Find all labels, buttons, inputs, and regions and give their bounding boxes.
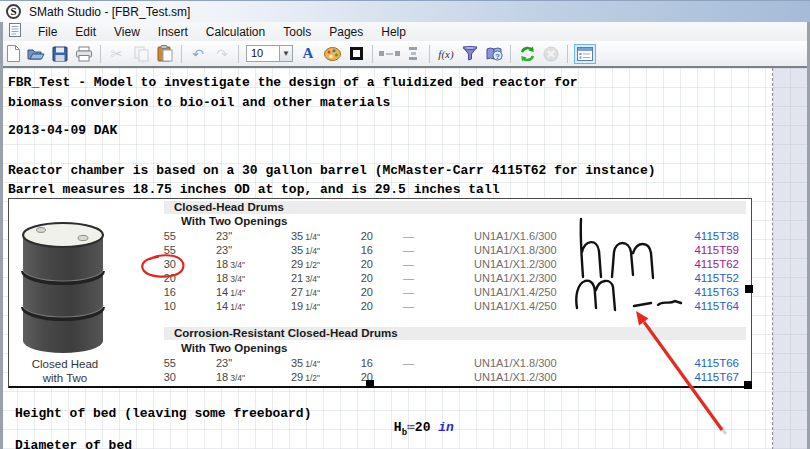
menu-edit[interactable]: Edit xyxy=(66,24,105,40)
copy-icon xyxy=(130,44,152,64)
align-horizontal-icon[interactable] xyxy=(378,44,400,64)
interrupt-icon xyxy=(540,44,562,64)
height-cell: 351/4" xyxy=(291,229,347,244)
gallons-cell: 55 xyxy=(164,356,176,371)
save-icon[interactable] xyxy=(49,44,71,64)
dash-cell: — xyxy=(373,243,429,258)
height-cell: 291/2" xyxy=(291,257,347,272)
math-label-height[interactable]: Height of bed (leaving some freeboard) xyxy=(15,406,311,421)
gauge-cell: 16 xyxy=(361,243,373,258)
part-number-link[interactable]: 4115T62 xyxy=(694,258,739,270)
menu-file[interactable]: File xyxy=(29,24,66,40)
math-region-diameter[interactable]: D≔18.75 in xyxy=(187,437,312,449)
font-size-select[interactable]: 10 ▼ xyxy=(246,45,293,62)
table-row: 10 141/4" 191/4" 20 — UN1A1/X1.4/250 411… xyxy=(139,299,739,313)
height-cell: 213/4" xyxy=(291,271,347,286)
chevron-down-icon[interactable]: ▼ xyxy=(280,45,293,62)
document-menu-icon[interactable] xyxy=(9,23,21,41)
worksheet[interactable]: FBR_Test - Model to investigate the desi… xyxy=(0,68,810,449)
gallons-cell: 20 xyxy=(164,271,176,286)
math-var: H xyxy=(394,420,402,435)
font-color-icon[interactable]: A xyxy=(297,44,319,64)
page-break-line xyxy=(772,68,773,449)
text-region-reactor[interactable]: Reactor chamber is based on a 30 gallon … xyxy=(8,163,656,178)
dash-cell xyxy=(373,370,429,385)
offpage-region xyxy=(773,68,807,449)
border-icon[interactable] xyxy=(345,44,367,64)
menu-calculation[interactable]: Calculation xyxy=(197,24,274,40)
font-size-value[interactable]: 10 xyxy=(246,45,280,62)
gauge-cell: 16 xyxy=(361,356,373,371)
id-cell: 183/4" xyxy=(176,257,291,272)
undo-icon[interactable]: ↶ xyxy=(187,44,209,64)
un-rating-cell: UN1A1/X1.2/300 xyxy=(429,370,619,385)
toolbar-separator xyxy=(429,45,430,63)
open-icon[interactable] xyxy=(25,44,47,64)
window-title: SMath Studio - [FBR_Test.sm] xyxy=(29,5,190,19)
un-rating-cell: UN1A1/X1.4/250 xyxy=(429,299,619,314)
dash-cell: — xyxy=(373,229,429,244)
align-vertical-icon[interactable] xyxy=(402,44,424,64)
part-number-link[interactable]: 4115T67 xyxy=(694,371,739,383)
titlebar[interactable]: S SMath Studio - [FBR_Test.sm] xyxy=(0,1,810,22)
section-header: Closed-Head Drums xyxy=(174,201,284,214)
menu-help[interactable]: Help xyxy=(372,24,415,40)
resize-handle-bottom-right[interactable] xyxy=(744,381,752,389)
text-region-title-2[interactable]: biomass conversion to bio-oil and other … xyxy=(8,95,390,110)
table-row: 30 183/4" 291/2" 20 UN1A1/X1.2/300 4115T… xyxy=(139,370,739,384)
un-rating-cell: UN1A1/X1.2/300 xyxy=(429,257,619,272)
height-cell: 271/4" xyxy=(291,285,347,300)
dash-cell: — xyxy=(373,271,429,286)
text-region-title-1[interactable]: FBR_Test - Model to investigate the desi… xyxy=(8,75,578,90)
table-row: 55 23" 351/4" 16 — UN1A1/X1.8/300 4115T5… xyxy=(139,243,739,257)
id-cell: 183/4" xyxy=(176,370,291,385)
menu-view[interactable]: View xyxy=(105,24,149,40)
toolbar: ✂ ↶ ↷ 10 ▼ A f(x) ? xyxy=(0,41,810,68)
filter-icon[interactable] xyxy=(459,44,481,64)
new-document-icon[interactable] xyxy=(1,44,23,64)
menubar: File Edit View Insert Calculation Tools … xyxy=(0,22,810,41)
paste-icon[interactable] xyxy=(154,44,176,64)
height-cell: 351/4" xyxy=(291,356,347,371)
resize-handle-right[interactable] xyxy=(745,285,753,293)
un-rating-cell: UN1A1/X1.4/250 xyxy=(429,285,619,300)
part-number-link[interactable]: 4115T59 xyxy=(694,244,739,256)
function-icon[interactable]: f(x) xyxy=(435,44,457,64)
part-number-link[interactable]: 4115T38 xyxy=(694,230,739,242)
background-color-icon[interactable] xyxy=(321,44,343,64)
part-number-link[interactable]: 4115T52 xyxy=(694,272,739,284)
gallons-cell: 16 xyxy=(164,285,176,300)
math-label-diameter[interactable]: Diameter of bed xyxy=(15,438,132,449)
dash-cell: — xyxy=(373,285,429,300)
smath-window: S SMath Studio - [FBR_Test.sm] File Edit… xyxy=(0,0,810,449)
toolbar-separator xyxy=(372,45,373,63)
catalog-image[interactable]: Closed Head with Two Closed-Head Drums W… xyxy=(8,198,752,388)
part-number-link[interactable]: 4115T63 xyxy=(694,286,739,298)
sidebar-panels-icon[interactable] xyxy=(574,44,596,64)
un-rating-cell: UN1A1/X1.8/300 xyxy=(429,356,619,371)
section-subheader: With Two Openings xyxy=(181,215,287,228)
text-region-date[interactable]: 2013-04-09 DAK xyxy=(8,123,117,138)
assign-operator: ≔ xyxy=(407,420,415,435)
table-row: 16 141/4" 271/4" 20 — UN1A1/X1.4/250 411… xyxy=(139,285,739,299)
menu-insert[interactable]: Insert xyxy=(149,24,197,40)
resize-handle-bottom[interactable] xyxy=(366,380,374,388)
menu-tools[interactable]: Tools xyxy=(274,24,320,40)
recalculate-icon[interactable] xyxy=(516,44,538,64)
dash-cell: — xyxy=(373,299,429,314)
math-region-height[interactable]: Hb≔20 in xyxy=(347,404,454,449)
print-icon[interactable] xyxy=(73,44,95,64)
un-rating-cell: UN1A1/X1.8/300 xyxy=(429,243,619,258)
math-unit: in xyxy=(438,420,454,435)
toolbar-separator xyxy=(181,45,182,63)
id-cell: 141/4" xyxy=(176,285,291,300)
part-number-link[interactable]: 4115T64 xyxy=(694,300,739,312)
gauge-cell: 20 xyxy=(361,271,373,286)
part-number-link[interactable]: 4115T66 xyxy=(694,357,739,369)
menu-pages[interactable]: Pages xyxy=(320,24,372,40)
gauge-cell: 20 xyxy=(361,285,373,300)
toolbar-separator xyxy=(238,45,239,63)
app-logo-icon: S xyxy=(6,4,21,19)
text-region-barrel[interactable]: Barrel measures 18.75 inches OD at top, … xyxy=(8,182,499,197)
reference-book-icon[interactable]: ? xyxy=(483,44,505,64)
